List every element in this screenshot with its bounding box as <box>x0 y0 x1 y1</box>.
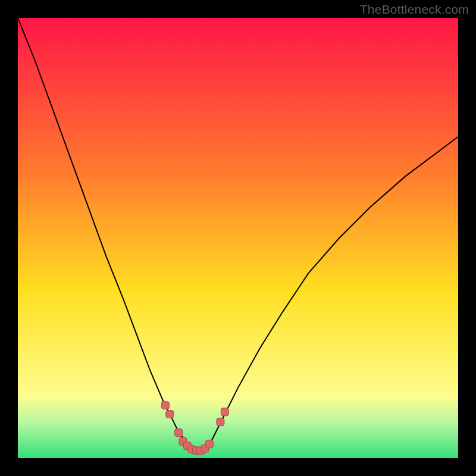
curve-marker <box>175 429 183 437</box>
gradient-background <box>18 18 458 458</box>
plot-area <box>18 18 458 458</box>
curve-marker <box>205 440 213 448</box>
curve-marker <box>221 408 228 416</box>
curve-marker <box>217 418 224 426</box>
chart-frame: TheBottleneck.com <box>0 0 476 476</box>
curve-marker <box>166 411 174 418</box>
curve-marker <box>161 402 169 409</box>
watermark-text: TheBottleneck.com <box>360 2 469 17</box>
chart-svg <box>18 18 458 458</box>
